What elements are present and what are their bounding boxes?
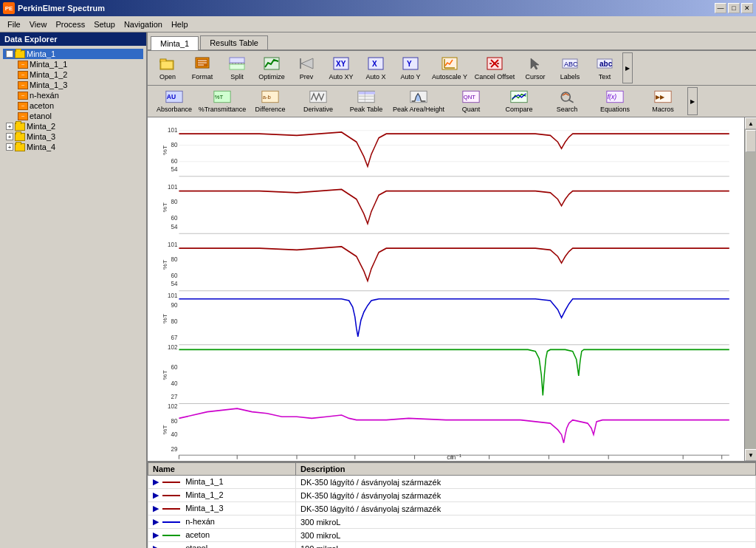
- folder-icon-minta4: [15, 143, 25, 151]
- tree-item-minta2[interactable]: + Minta_2: [3, 121, 143, 131]
- toolbar-scroll[interactable]: ▶: [622, 52, 633, 83]
- peakarea-button[interactable]: Peak Area/Height: [391, 87, 447, 115]
- absorbance-button[interactable]: AU Absorbance: [151, 87, 198, 115]
- legend-row-aceton[interactable]: ▶ aceton 300 mikroL: [148, 529, 756, 542]
- legend-arrow-etanol: ▶: [153, 544, 159, 548]
- derivative-button[interactable]: Derivative: [295, 87, 342, 115]
- menu-setup[interactable]: Setup: [89, 18, 120, 30]
- menu-help[interactable]: Help: [167, 18, 193, 30]
- autoscaley-button[interactable]: Autoscale Y: [428, 52, 471, 83]
- title-bar-controls[interactable]: — □ ✕: [715, 3, 753, 13]
- legend-name-nhexan: n-hexán: [185, 517, 215, 526]
- optimize-icon: [263, 55, 281, 72]
- equations-button[interactable]: f(x) Equations: [591, 87, 639, 115]
- autoy-button[interactable]: Y Auto Y: [394, 52, 427, 83]
- tree-item-minta4[interactable]: + Minta_4: [3, 142, 143, 152]
- labels-button[interactable]: ABC Labels: [553, 52, 587, 83]
- difference-button[interactable]: a-b Difference: [247, 87, 294, 115]
- svg-text:54: 54: [171, 280, 177, 287]
- tree-label-minta2: Minta_2: [27, 122, 55, 131]
- tree-item-minta1[interactable]: − Minta_1: [3, 49, 143, 59]
- legend-color-nhexan: [162, 521, 180, 523]
- peaktable-button[interactable]: Peak Table: [343, 87, 390, 115]
- tree-item-minta1-2[interactable]: Minta_1_2: [3, 69, 143, 80]
- svg-marker-12: [301, 58, 313, 69]
- chart-area[interactable]: 101 80 60 54 %T: [148, 117, 744, 461]
- expand-minta3[interactable]: +: [6, 133, 13, 140]
- compare-label: Compare: [505, 106, 532, 113]
- tree-item-nhexan[interactable]: n-hexán: [3, 90, 143, 100]
- autoy-icon: Y: [402, 55, 419, 72]
- legend-row-minta1-2[interactable]: ▶ Minta_1_2 DK-350 lágyító / ásványolaj …: [148, 489, 756, 502]
- difference-icon: a-b: [261, 89, 279, 104]
- optimize-button[interactable]: Optimize: [255, 52, 289, 83]
- right-scrollbar[interactable]: ▲ ▼: [744, 117, 756, 461]
- maximize-button[interactable]: □: [728, 3, 740, 13]
- tab-minta1[interactable]: Minta_1: [151, 36, 199, 50]
- canceloffset-button[interactable]: Cancel Offset: [472, 52, 518, 83]
- legend-row-minta1-1[interactable]: ▶ Minta_1_1 DK-350 lágyító / ásványolaj …: [148, 476, 756, 489]
- text-button[interactable]: abc Text: [588, 52, 622, 83]
- legend-table: Name Description ▶ Minta_1_1 DK-350 lágy…: [148, 461, 756, 548]
- menu-navigation[interactable]: Navigation: [120, 18, 167, 30]
- peaktable-label: Peak Table: [350, 106, 382, 113]
- svg-text:90: 90: [171, 301, 177, 308]
- svg-text:750: 750: [678, 459, 688, 461]
- chart-main: 101 80 60 54 %T: [148, 117, 756, 461]
- app-icon: PE: [3, 2, 15, 14]
- svg-rect-40: [359, 92, 375, 94]
- legend-desc-minta1-1: DK-350 lágyító / ásványolaj származék: [296, 476, 756, 489]
- format-button[interactable]: Format: [185, 52, 219, 83]
- autox-button[interactable]: X Auto X: [359, 52, 393, 83]
- legend-cell-name-nhexan: ▶ n-hexán: [148, 516, 296, 529]
- peakarea-label: Peak Area/Height: [393, 106, 444, 113]
- expand-minta1[interactable]: −: [6, 50, 13, 58]
- autoxy-button[interactable]: XY Auto XY: [324, 52, 358, 83]
- svg-text:X: X: [372, 60, 377, 68]
- close-button[interactable]: ✕: [741, 3, 753, 13]
- legend-name-minta1-2: Minta_1_2: [185, 490, 223, 499]
- menu-process[interactable]: Process: [51, 18, 89, 30]
- macros-button[interactable]: ▶▶ Macros: [639, 87, 687, 115]
- tree-item-aceton[interactable]: aceton: [3, 100, 143, 111]
- quant-button[interactable]: QNT Quant: [447, 87, 495, 115]
- scroll-thumb[interactable]: [746, 130, 756, 152]
- legend-row-nhexan[interactable]: ▶ n-hexán 300 mikroL: [148, 516, 756, 529]
- tree-item-etanol[interactable]: etanol: [3, 111, 143, 121]
- svg-text:1000: 1000: [602, 459, 615, 461]
- autoxy-icon: XY: [332, 55, 350, 72]
- open-button[interactable]: Open: [151, 52, 185, 83]
- scroll-up-arrow[interactable]: ▲: [745, 117, 756, 129]
- chart-wrapper: 101 80 60 54 %T: [148, 117, 756, 548]
- tree-item-minta3[interactable]: + Minta_3: [3, 131, 143, 142]
- tab-results[interactable]: Results Table: [200, 35, 268, 49]
- menu-view[interactable]: View: [25, 18, 52, 30]
- expand-minta2[interactable]: +: [6, 123, 13, 130]
- search-button[interactable]: Search: [543, 87, 591, 115]
- legend-row-etanol[interactable]: ▶ etanol 100 mikroL: [148, 542, 756, 549]
- minimize-button[interactable]: —: [715, 3, 726, 13]
- compare-button[interactable]: Compare: [495, 87, 543, 115]
- right-content: Minta_1 Results Table Open: [148, 32, 756, 548]
- tab-bar: Minta_1 Results Table: [148, 32, 756, 51]
- expand-minta4[interactable]: +: [6, 143, 13, 151]
- legend-arrow-nhexan: ▶: [153, 517, 159, 526]
- absorbance-icon: AU: [165, 89, 183, 104]
- scroll-down-arrow[interactable]: ▼: [745, 449, 756, 461]
- menu-file[interactable]: File: [3, 18, 25, 30]
- legend-row-minta1-3[interactable]: ▶ Minta_1_3 DK-350 lágyító / ásványolaj …: [148, 502, 756, 516]
- svg-text:101: 101: [168, 291, 178, 298]
- split-button[interactable]: Split: [220, 52, 254, 83]
- tree-item-minta1-1[interactable]: Minta_1_1: [3, 59, 143, 69]
- toolbar2-scroll[interactable]: ▶: [687, 87, 698, 115]
- svg-text:80: 80: [171, 417, 177, 425]
- cursor-button[interactable]: Cursor: [518, 52, 552, 83]
- prev-button[interactable]: Prev: [289, 52, 323, 83]
- toolbar1: Open Format: [148, 51, 756, 86]
- svg-text:4000: 4000: [172, 459, 185, 461]
- quant-icon: QNT: [462, 89, 480, 104]
- transmittance-button[interactable]: %T %Transmittance: [199, 87, 246, 115]
- tree-label-minta1-1: Minta_1_1: [30, 60, 67, 69]
- tree-item-minta1-3[interactable]: Minta_1_3: [3, 80, 143, 90]
- svg-text:102: 102: [168, 343, 178, 351]
